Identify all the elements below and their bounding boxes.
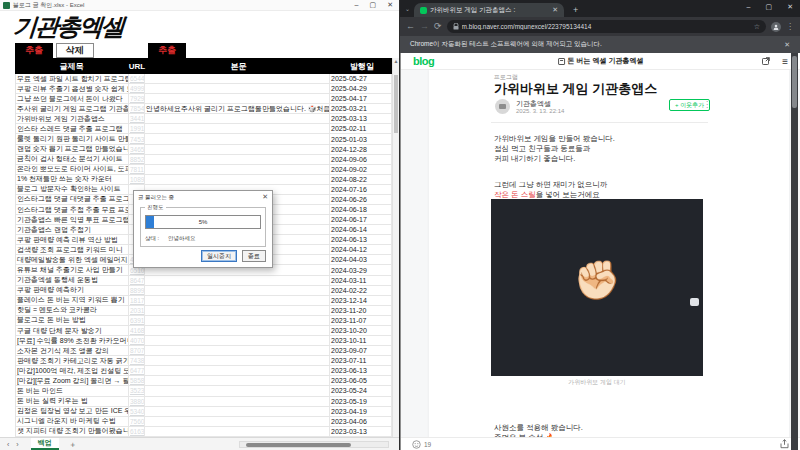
table-row[interactable]: 온라인 뽀모도로 타이머 사이트, 도파 78119 2024-09-02 [16, 165, 392, 175]
table-row[interactable]: [무료] 수익률 89% 초전환 카카오머니 40704 2023-10-11 [16, 336, 392, 346]
table-row[interactable]: 시그니엘 라운지 바 마케팅 수법 75609 2023-04-06 [16, 417, 392, 427]
table-row[interactable]: 그냥 쓰던 블로그에서 돈이 나왔다 79291 2025-04-17 [16, 94, 392, 104]
refresh-icon[interactable]: ⟳ [434, 22, 442, 31]
cell-url-link[interactable]: 88993 [129, 286, 145, 295]
table-row[interactable]: 플레이스 돈 버는 지역 키워드 뽑기 18174 2023-12-14 [16, 296, 392, 306]
delete-button[interactable]: 삭제 [56, 43, 94, 58]
sheet-prev-icon[interactable]: ‹ [7, 441, 9, 448]
browser-tab[interactable]: 가위바위보 게임 기관총앱스 : ✕ [414, 3, 564, 17]
cell-url-link[interactable]: 40704 [129, 336, 145, 345]
post-video-player[interactable]: ✊🏻 [491, 199, 703, 376]
table-row[interactable]: 핫딜 = 멘토스와 코카콜라 20310 2023-11-20 [16, 306, 392, 316]
pause-button[interactable]: 일시중지 [201, 250, 237, 262]
new-tab-icon[interactable]: + [573, 5, 578, 15]
cell-url-link[interactable]: 74382 [129, 356, 145, 365]
post-menu-icon[interactable]: ⋮ [703, 100, 711, 109]
table-row[interactable]: 판매량 조회기 카테고리로 자동 긁기 74382 2023-07-11 [16, 356, 392, 366]
excel-horizontal-scrollbar[interactable] [239, 441, 389, 448]
table-row[interactable]: 인스타 스레드 댓글 추출 프로그램 19911 2025-02-11 [16, 124, 392, 134]
table-row[interactable]: 챗 지피티 대량 조회기 만들어봤습니다 61634 2023-03-13 [16, 427, 392, 437]
cell-url-link[interactable]: 78544 [129, 104, 145, 113]
add-sheet-icon[interactable]: ＋ [69, 439, 77, 450]
cell-url-link[interactable]: 61634 [129, 427, 145, 436]
cell-url-link[interactable]: 64770 [129, 366, 145, 375]
cell-url-link[interactable]: 34414 [129, 114, 145, 123]
cell-url-link[interactable]: 53404 [129, 407, 145, 416]
cell-url-link[interactable]: 63913 [129, 316, 145, 325]
table-row[interactable]: 돈 버는 실력 키우는 법 38806 2023-05-19 [16, 397, 392, 407]
forward-icon[interactable]: → [420, 22, 429, 31]
quit-button[interactable]: 종료 [242, 250, 266, 262]
table-row[interactable]: 쿠팡 판매량 예측하기 88993 2024-02-22 [16, 286, 392, 296]
profile-avatar[interactable] [771, 22, 781, 32]
table-row[interactable]: 돈 버는 마인드 35239 2023-05-24 [16, 386, 392, 396]
minimize-icon[interactable]: – [747, 3, 751, 11]
close-icon[interactable]: ✕ [387, 1, 393, 9]
cell-url-link[interactable]: 20310 [129, 306, 145, 315]
address-bar[interactable]: m.blog.naver.com/mgunexcel/223795134414 … [447, 20, 766, 33]
browser-menu-icon[interactable]: ⋮ [786, 22, 794, 31]
cell-url-link[interactable]: 18174 [129, 296, 145, 305]
infobar-close-icon[interactable]: ✕ [784, 41, 790, 49]
browser-scrollbar[interactable] [791, 53, 798, 450]
maximize-icon[interactable]: ▢ [370, 1, 377, 9]
close-icon[interactable]: ✕ [787, 3, 793, 11]
cell-url-link[interactable]: 65443 [129, 74, 145, 83]
table-row[interactable]: [마감][무료 Zoom 강의] 올리면 → 팔 58583 2023-06-0… [16, 376, 392, 386]
table-row[interactable]: 1% 천재들만 쓰는 숫자 카운터 10892 2024-08-22 [16, 175, 392, 185]
cell-url-link[interactable]: 88526 [129, 155, 145, 164]
table-row[interactable]: 가위바위보 게임 기관총앱스 34414 2025-03-13 [16, 114, 392, 124]
maximize-icon[interactable]: ▢ [766, 3, 773, 11]
dialog-close-icon[interactable]: ✕ [262, 193, 268, 201]
browser-scrollbar-thumb[interactable] [792, 56, 797, 108]
minimize-icon[interactable]: – [355, 1, 359, 9]
cell-url-link[interactable]: 78119 [129, 165, 145, 174]
share-button[interactable] [780, 439, 789, 449]
cell-url-link[interactable]: 79291 [129, 94, 145, 103]
table-row[interactable]: 랜덤 숫자 뽑기 프로그램 만들었습니다 34654 2024-12-28 [16, 145, 392, 155]
cell-url-link[interactable]: 87076 [129, 346, 145, 355]
table-row[interactable]: 기관총엑셀 통행세 운동법 86478 2024-03-11 [16, 276, 392, 286]
table-row[interactable]: 구글 대량 단체 문자 발송기 41684 2023-10-20 [16, 326, 392, 336]
cell-url-link[interactable]: 10892 [129, 175, 145, 184]
cell-url-link[interactable]: 35239 [129, 386, 145, 395]
cell-url-link[interactable]: 19911 [129, 124, 145, 133]
back-icon[interactable]: ← [406, 22, 415, 31]
excel-titlebar[interactable]: 블로그 글 확인.xlsx - Excel – ▢ ✕ [0, 0, 399, 11]
blog-name[interactable]: 돈 버는 엑셀 기관총엑셀 [558, 56, 644, 66]
table-row[interactable]: 주사위 굴리기 게임 프로그램 기관총앱 78544 안녕하세요주사위 굴리기 … [16, 104, 392, 114]
table-row[interactable]: 블로그로 돈 버는 방법 63913 2023-11-07 [16, 316, 392, 326]
table-row[interactable]: 금칙어 검사 형태소 분석기 사이트 88526 2024-09-06 [16, 155, 392, 165]
cell-url-link[interactable]: 86478 [129, 276, 145, 285]
naver-blog-logo[interactable]: blog [413, 55, 434, 67]
external-link-icon[interactable] [762, 57, 770, 65]
tab-close-icon[interactable]: ✕ [552, 6, 558, 14]
chevron-down-icon[interactable]: ⌄ [405, 5, 410, 12]
sympathy-count[interactable]: 19 [424, 441, 431, 448]
table-row[interactable]: 김정은 팀장님 영상 보고 만든 ICE 우 53404 2023-04-19 [16, 407, 392, 417]
extract-button[interactable]: 추출 [15, 43, 53, 58]
table-row[interactable]: 쿠팡 리뷰 추출기 옵션별 숫자 쉽게 보 49992 2025-04-29 [16, 84, 392, 94]
cell-url-link[interactable]: 75609 [129, 417, 145, 426]
table-row[interactable]: [마감]1000억 매각, 제조업 컨설팅 모 64770 2023-06-13 [16, 366, 392, 376]
dialog-titlebar[interactable]: 글 불러오는 중 ✕ [134, 191, 272, 203]
excel-vscroll-thumb[interactable] [394, 75, 398, 133]
sympathy-smiley-icon[interactable] [412, 440, 421, 449]
sheet-tab-backup[interactable]: 백업 [31, 438, 59, 450]
table-row[interactable]: 소자본 건기식 제조 앵콜 강의 87076 2023-09-07 [16, 346, 392, 356]
table-row[interactable]: 무료 엑셀 파일 시트 합치기 프로그램 65443 2025-05-27 [16, 74, 392, 84]
excel-vertical-scrollbar[interactable]: ▲ [392, 58, 399, 437]
cell-url-link[interactable]: 34654 [129, 145, 145, 154]
scroll-up-icon[interactable]: ▲ [393, 58, 399, 65]
bookmark-star-icon[interactable]: ☆ [754, 23, 760, 31]
hamburger-menu-icon[interactable]: ≡ [782, 56, 788, 67]
cell-url-link[interactable]: 41684 [129, 326, 145, 335]
cell-url-link[interactable]: 49992 [129, 84, 145, 93]
cell-url-link[interactable]: 74532 [129, 134, 145, 143]
author-avatar[interactable] [495, 99, 510, 114]
extract-button-2[interactable]: 추출 [148, 43, 186, 58]
excel-hscroll-thumb[interactable] [246, 443, 351, 447]
cell-url-link[interactable]: 38806 [129, 397, 145, 406]
sheet-next-icon[interactable]: › [16, 441, 18, 448]
cell-url-link[interactable]: 58583 [129, 376, 145, 385]
